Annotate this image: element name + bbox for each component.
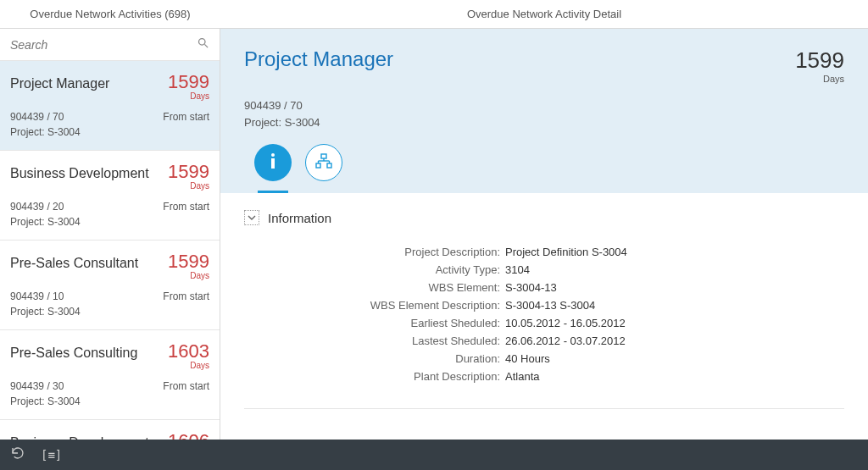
list-item-days: 1606 xyxy=(168,430,209,440)
list-item-project: Project: S-3004 xyxy=(10,395,209,407)
list-item-project: Project: S-3004 xyxy=(10,306,209,318)
left-panel: Project Manager1599Days904439 / 70From s… xyxy=(0,29,220,440)
list-item-code: 904439 / 20 xyxy=(10,201,64,213)
detail-panel: Project Manager 1599 Days 904439 / 70 Pr… xyxy=(220,29,868,440)
info-label: Activity Type: xyxy=(336,263,505,276)
list-header-title: Overdue Network Activities (698) xyxy=(0,0,220,28)
hierarchy-icon xyxy=(315,152,332,173)
refresh-icon[interactable] xyxy=(10,445,25,464)
list-item-title: Pre-Sales Consulting xyxy=(10,346,137,361)
list-item-from-start: From start xyxy=(163,201,209,213)
activity-list: Project Manager1599Days904439 / 70From s… xyxy=(0,61,220,440)
info-label: Earliest Sheduled: xyxy=(336,317,505,329)
detail-project: Project: S-3004 xyxy=(244,116,844,129)
info-value: S-3004-13 S-3004 xyxy=(505,299,844,312)
section-header: Information xyxy=(244,210,844,225)
list-item-title: Pre-Sales Consultant xyxy=(10,256,138,271)
info-value: 40 Hours xyxy=(505,352,844,365)
detail-days-label: Days xyxy=(795,74,844,84)
list-item-code: 904439 / 70 xyxy=(10,111,64,123)
list-item-code: 904439 / 10 xyxy=(10,290,64,302)
info-value: 10.05.2012 - 16.05.2012 xyxy=(505,317,844,329)
info-label: Plant Description: xyxy=(336,370,505,383)
svg-rect-3 xyxy=(271,158,275,169)
information-section: Information Project Description:Project … xyxy=(220,193,868,400)
svg-point-2 xyxy=(271,153,275,157)
list-item[interactable]: Project Manager1599Days904439 / 70From s… xyxy=(0,61,220,151)
main-area: Project Manager1599Days904439 / 70From s… xyxy=(0,29,868,440)
detail-tabs xyxy=(220,144,868,193)
list-item-code: 904439 / 30 xyxy=(10,380,64,392)
list-item-days-block: 1599Days xyxy=(168,71,209,101)
info-value: Atlanta xyxy=(505,370,844,383)
section-title: Information xyxy=(268,211,331,225)
tab-hierarchy[interactable] xyxy=(305,144,342,181)
list-item-project: Project: S-3004 xyxy=(10,216,209,228)
detail-days-block: 1599 Days xyxy=(795,47,844,84)
list-icon[interactable]: [≡] xyxy=(41,448,62,462)
search-bar xyxy=(0,29,220,61)
info-value: 26.06.2012 - 03.07.2012 xyxy=(505,335,844,347)
info-label: WBS Element Description: xyxy=(336,299,505,312)
info-value: 3104 xyxy=(505,263,844,276)
list-item-days: 1599 xyxy=(168,161,209,183)
information-grid: Project Description:Project Definition S… xyxy=(336,246,844,383)
list-item-days-block: 1603Days xyxy=(168,340,209,370)
list-item[interactable]: Pre-Sales Consultant1599Days904439 / 10F… xyxy=(0,241,220,330)
collapse-toggle[interactable] xyxy=(244,210,259,225)
footer-bar: [≡] xyxy=(0,440,868,470)
list-item-days-block: 1599Days xyxy=(168,161,209,191)
list-item-title: Business Development xyxy=(10,166,149,181)
detail-head: Project Manager 1599 Days 904439 / 70 Pr… xyxy=(220,29,868,144)
svg-rect-5 xyxy=(316,163,320,168)
svg-rect-6 xyxy=(327,163,331,168)
list-item-project: Project: S-3004 xyxy=(10,126,209,138)
info-icon xyxy=(266,152,280,174)
info-value: Project Definition S-3004 xyxy=(505,246,844,258)
search-icon[interactable] xyxy=(197,36,209,53)
list-item-from-start: From start xyxy=(163,290,209,302)
svg-rect-4 xyxy=(321,154,326,158)
section-separator xyxy=(244,408,844,409)
info-value: S-3004-13 xyxy=(505,281,844,294)
detail-title: Project Manager xyxy=(244,47,393,84)
chevron-down-icon xyxy=(248,210,256,225)
top-header: Overdue Network Activities (698) Overdue… xyxy=(0,0,868,29)
detail-days-number: 1599 xyxy=(795,47,844,74)
list-item-from-start: From start xyxy=(163,111,209,123)
svg-line-1 xyxy=(204,44,208,47)
list-item[interactable]: Pre-Sales Consulting1603Days904439 / 30F… xyxy=(0,330,220,420)
list-item-days-block: 1599Days xyxy=(168,251,209,280)
list-item[interactable]: Business Development1606Days904439 / 40F… xyxy=(0,420,220,440)
list-item[interactable]: Business Development1599Days904439 / 20F… xyxy=(0,151,220,241)
info-label: Project Description: xyxy=(336,246,505,258)
info-label: Lastest Sheduled: xyxy=(336,335,505,347)
list-item-days: 1599 xyxy=(168,251,209,273)
detail-code: 904439 / 70 xyxy=(244,99,844,112)
info-label: Duration: xyxy=(336,352,505,365)
tab-information[interactable] xyxy=(254,144,292,181)
list-item-title: Project Manager xyxy=(10,76,109,91)
search-input[interactable] xyxy=(10,38,197,52)
list-item-from-start: From start xyxy=(163,380,209,392)
detail-header-title: Overdue Network Activity Detail xyxy=(220,0,868,28)
list-item-days-block: 1606Days xyxy=(168,430,209,440)
svg-point-0 xyxy=(199,39,206,46)
list-item-days: 1603 xyxy=(168,340,209,362)
list-item-days: 1599 xyxy=(168,71,209,93)
info-label: WBS Element: xyxy=(336,281,505,294)
